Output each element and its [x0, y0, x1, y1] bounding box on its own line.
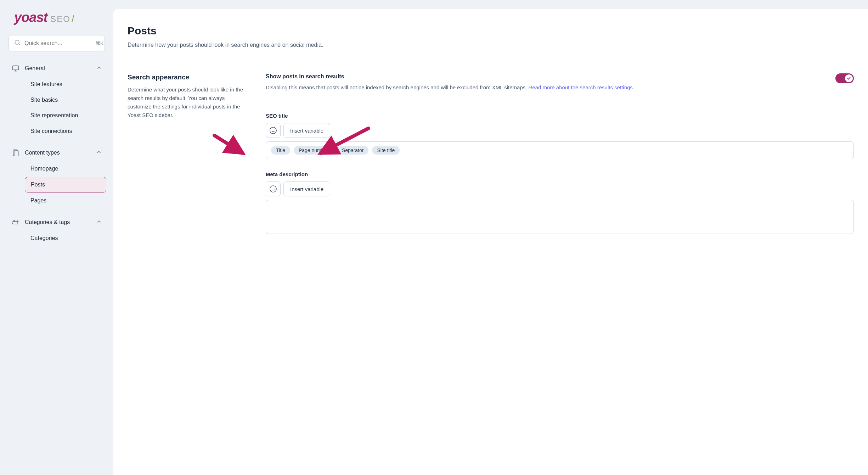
toggle-knob [845, 74, 853, 82]
check-icon [847, 76, 851, 80]
meta-desc-label: Meta description [266, 171, 854, 177]
nav-header-label: Categories & tags [25, 219, 96, 225]
emoji-button[interactable] [266, 123, 281, 138]
sidebar-item-pages[interactable]: Pages [25, 193, 106, 208]
search-shortcut: ⌘K [95, 40, 103, 46]
sidebar-item-site-features[interactable]: Site features [25, 77, 106, 92]
settings-column: Show posts in search results Disabling t… [266, 73, 854, 246]
field-meta-description: Meta description Insert variable [266, 171, 854, 234]
nav-header-categories-tags[interactable]: Categories & tags [7, 214, 106, 230]
logo-slash: / [72, 13, 74, 24]
field-seo-title: SEO title Insert variable Title Page num… [266, 113, 854, 159]
logo-yoast: yoast [14, 10, 47, 25]
insert-variable-button[interactable]: Insert variable [283, 123, 330, 138]
svg-point-8 [270, 127, 276, 134]
svg-line-1 [19, 44, 20, 45]
sidebar-item-homepage[interactable]: Homepage [25, 161, 106, 176]
svg-point-0 [15, 40, 19, 44]
seo-title-input[interactable]: Title Page number Separator Site title [266, 141, 854, 159]
nav-header-content-types[interactable]: Content types [7, 145, 106, 161]
setting-desc-prefix: Disabling this means that posts will not… [266, 84, 529, 90]
content: Search appearance Determine what your po… [113, 59, 868, 260]
nav-header-general[interactable]: General [7, 61, 106, 76]
logo: yoast SEO / [7, 10, 106, 25]
variable-pill[interactable]: Page number [294, 146, 333, 155]
smile-icon [269, 185, 277, 193]
svg-rect-6 [14, 151, 18, 156]
sidebar-item-posts[interactable]: Posts [25, 177, 106, 192]
monitor-icon [11, 64, 20, 73]
tag-icon [11, 218, 20, 227]
logo-seo: SEO [50, 14, 71, 24]
nav-header-label: Content types [25, 150, 96, 156]
page-title: Posts [128, 25, 854, 37]
nav-header-label: General [25, 65, 96, 72]
chevron-up-icon [96, 149, 102, 157]
sidebar: yoast SEO / ⌘K General Site fe [0, 0, 113, 475]
emoji-button[interactable] [266, 181, 281, 196]
sidebar-item-categories[interactable]: Categories [25, 231, 106, 246]
search-box[interactable]: ⌘K [9, 35, 105, 51]
document-icon [11, 149, 20, 157]
variable-pill[interactable]: Title [271, 146, 290, 155]
section-intro: Search appearance Determine what your po… [128, 73, 244, 246]
chevron-up-icon [96, 218, 102, 226]
main-header: Posts Determine how your posts should lo… [113, 9, 868, 59]
chevron-up-icon [96, 65, 102, 72]
section-desc: Determine what your posts should look li… [128, 85, 244, 119]
sidebar-item-site-connections[interactable]: Site connections [25, 124, 106, 139]
search-input[interactable] [24, 40, 95, 46]
setting-desc-link[interactable]: Read more about the search results setti… [529, 84, 633, 90]
page-subtitle: Determine how your posts should look in … [128, 42, 854, 48]
svg-point-11 [270, 186, 276, 192]
main: Posts Determine how your posts should lo… [113, 9, 868, 475]
variable-pill[interactable]: Separator [337, 146, 368, 155]
meta-desc-input[interactable] [266, 200, 854, 234]
setting-desc: Disabling this means that posts will not… [266, 83, 821, 92]
search-icon [14, 39, 21, 48]
nav-section-content-types: Content types Homepage Posts Pages [7, 145, 106, 208]
setting-show-in-search: Show posts in search results Disabling t… [266, 73, 854, 102]
section-title: Search appearance [128, 73, 244, 81]
seo-title-label: SEO title [266, 113, 854, 119]
svg-point-7 [14, 220, 15, 222]
nav-section-categories-tags: Categories & tags Categories [7, 214, 106, 246]
sidebar-item-site-representation[interactable]: Site representation [25, 108, 106, 123]
smile-icon [269, 127, 277, 134]
svg-rect-2 [13, 66, 19, 70]
setting-title: Show posts in search results [266, 73, 821, 80]
variable-pill[interactable]: Site title [372, 146, 400, 155]
toggle-show-in-search[interactable] [835, 73, 854, 83]
setting-desc-suffix: . [633, 84, 634, 90]
nav-section-general: General Site features Site basics Site r… [7, 61, 106, 139]
sidebar-item-site-basics[interactable]: Site basics [25, 93, 106, 107]
insert-variable-button[interactable]: Insert variable [283, 181, 330, 196]
